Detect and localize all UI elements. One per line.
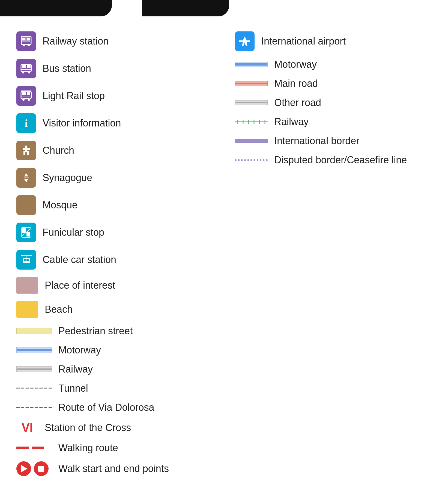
list-item: Route of Via Dolorosa [16,402,213,413]
list-item: Main road [235,78,432,89]
svg-rect-15 [27,92,30,95]
otherroad-line-icon [235,100,268,105]
synagogue-label: Synagogue [43,172,92,184]
railway-wide-icon [16,364,52,374]
motorway-right-label: Motorway [274,59,317,70]
tunnel-label: Tunnel [58,383,88,394]
beach-label: Beach [45,304,73,315]
header-blob-left [0,0,112,16]
right-column: International airport Motorway Main road… [235,31,432,484]
church-label: Church [43,145,74,156]
svg-rect-31 [26,232,30,237]
svg-point-2 [23,44,25,46]
svg-rect-25 [25,152,27,155]
svg-rect-36 [24,259,26,261]
airport-icon [235,31,255,51]
svg-rect-6 [27,38,30,40]
cablecar-icon [16,250,36,270]
svg-marker-27 [24,179,28,182]
place-interest-icon [16,277,38,294]
mosque-icon [16,195,36,215]
list-item: Cable car station [16,250,213,270]
list-item: Church [16,141,213,160]
walking-route-icon [16,447,52,449]
list-item: Pedestrian street [16,325,213,337]
list-item: International border [235,135,432,147]
intborder-label: International border [274,135,359,147]
list-item: Bus station [16,59,213,78]
svg-point-17 [22,99,25,101]
list-item: Railway station [16,31,213,51]
otherroad-label: Other road [274,97,321,108]
svg-point-18 [28,99,30,101]
bus-station-icon [16,59,36,78]
svg-point-3 [28,44,30,46]
list-item: Walk start and end points [16,461,213,476]
list-item: Place of interest [16,277,213,294]
svg-rect-37 [26,259,29,261]
svg-rect-14 [22,92,26,95]
svg-rect-9 [27,65,31,68]
railway-left-label: Railway [58,364,93,375]
light-rail-icon [16,86,36,106]
list-item: Disputed border/Ceasefire line [235,154,432,166]
list-item: Walking route [16,442,213,454]
place-interest-label: Place of interest [45,280,115,291]
svg-marker-26 [24,173,28,176]
mosque-label: Mosque [43,199,77,211]
light-rail-label: Light Rail stop [43,90,105,102]
via-dolorosa-label: Route of Via Dolorosa [58,402,154,413]
pedestrian-line-icon [16,326,52,336]
svg-point-11 [28,71,30,73]
beach-icon [16,301,38,318]
svg-rect-23 [23,148,30,150]
list-item: Synagogue [16,168,213,188]
header-blob-right [142,0,229,16]
railway-station-icon [16,31,36,51]
church-icon [16,141,36,160]
funicular-icon [16,223,36,242]
svg-rect-8 [22,65,26,68]
station-cross-label: Station of the Cross [45,422,131,433]
synagogue-icon [16,168,36,188]
mainroad-label: Main road [274,78,318,89]
svg-rect-30 [22,228,26,233]
list-item: Motorway [16,344,213,356]
svg-rect-20 [21,90,31,92]
visitor-info-label: Visitor information [43,117,121,129]
walking-route-label: Walking route [58,442,118,454]
walk-points-icon [16,461,52,476]
list-item: Beach [16,301,213,318]
list-item: International airport [235,31,432,51]
visitor-info-icon: i [16,113,36,133]
mainroad-line-icon [235,81,268,86]
motorway-wide-icon [16,345,52,355]
airport-label: International airport [261,36,346,47]
cablecar-label: Cable car station [43,254,116,265]
svg-rect-35 [23,258,30,263]
list-item: Funicular stop [16,223,213,242]
tunnel-icon [16,383,52,393]
station-cross-value: VI [22,421,33,434]
funicular-label: Funicular stop [43,227,104,238]
bus-station-label: Bus station [43,63,91,74]
railway-station-label: Railway station [43,36,109,47]
list-item: Other road [235,97,432,108]
railway-right-label: Railway [274,116,309,128]
pedestrian-label: Pedestrian street [58,325,133,337]
list-item: Railway [16,364,213,375]
motorway-line-icon [235,62,268,67]
svg-rect-5 [22,38,25,40]
list-item: Tunnel [16,383,213,394]
list-item: Light Rail stop [16,86,213,106]
list-item: VI Station of the Cross [16,421,213,435]
list-item: Mosque [16,195,213,215]
walk-points-label: Walk start and end points [58,463,169,474]
station-cross-icon: VI [16,421,38,435]
railway-right-icon [235,119,268,125]
list-item: Railway [235,116,432,128]
motorway-left-label: Motorway [58,344,101,356]
list-item: Motorway [235,59,432,70]
svg-text:i: i [25,117,28,129]
via-dolorosa-icon [16,403,52,412]
